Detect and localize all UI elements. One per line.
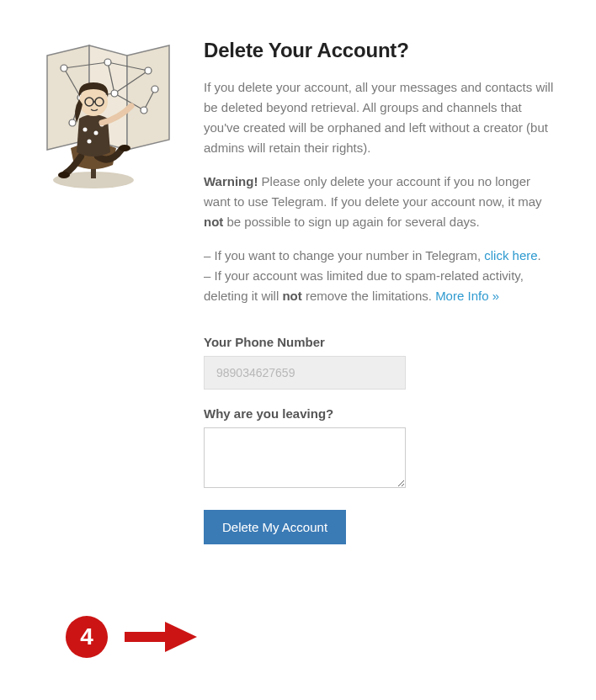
reason-label: Why are you leaving? (204, 406, 557, 421)
svg-point-16 (152, 86, 158, 93)
bullet-change-number: – If you want to change your number in T… (204, 246, 557, 306)
warning-text: Warning! Please only delete your account… (204, 172, 557, 232)
svg-point-11 (145, 67, 152, 74)
svg-point-20 (119, 145, 130, 151)
more-info-link[interactable]: More Info » (435, 289, 499, 303)
svg-point-24 (88, 140, 92, 144)
reason-input[interactable] (204, 427, 406, 488)
delete-account-button[interactable]: Delete My Account (204, 510, 346, 544)
svg-marker-30 (165, 622, 197, 652)
svg-point-15 (69, 119, 76, 126)
warning-label: Warning! (204, 174, 258, 188)
bullet2-after: remove the limitations. (302, 289, 435, 303)
bullet1-after: . (538, 248, 541, 262)
change-number-link[interactable]: click here (484, 248, 537, 262)
tutorial-annotation: 4 (66, 616, 199, 658)
bullet1-before: – If you want to change your number in T… (204, 248, 484, 262)
phone-label: Your Phone Number (204, 335, 557, 349)
phone-input[interactable] (204, 356, 406, 390)
svg-point-19 (58, 172, 70, 178)
svg-point-9 (61, 65, 67, 72)
step-badge: 4 (66, 616, 108, 658)
hero-illustration (30, 39, 182, 190)
warning-after: be possible to sign up again for several… (223, 215, 479, 229)
svg-rect-29 (125, 632, 168, 642)
warning-bold: not (204, 215, 223, 229)
svg-point-13 (111, 90, 118, 97)
svg-point-22 (94, 131, 98, 135)
intro-text: If you delete your account, all your mes… (204, 77, 557, 158)
svg-point-21 (83, 128, 88, 132)
svg-point-14 (141, 107, 147, 114)
arrow-icon (123, 620, 199, 654)
svg-point-10 (104, 59, 111, 66)
bullet2-bold: not (282, 289, 301, 303)
page-title: Delete Your Account? (204, 39, 557, 62)
